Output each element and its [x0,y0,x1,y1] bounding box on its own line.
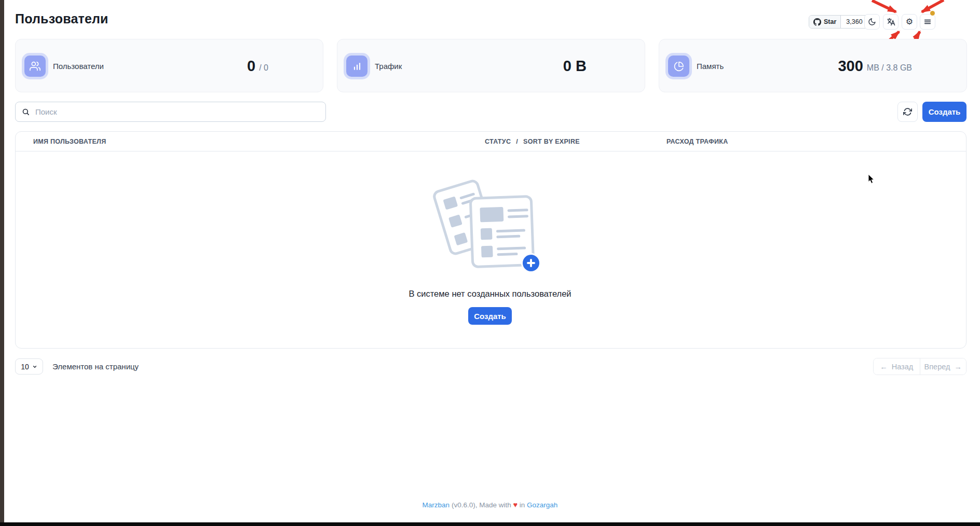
column-header-traffic[interactable]: РАСХОД ТРАФИКА [666,132,728,151]
empty-state-message: В системе нет созданных пользователей [0,289,980,299]
mouse-cursor [868,174,875,184]
search-box[interactable] [15,102,326,122]
marzban-users-page: Пользователи Star 3,360 ⚙ [0,0,980,526]
column-header-username[interactable]: ИМЯ ПОЛЬЗОВАТЕЛЯ [33,132,106,151]
memory-icon [668,56,689,77]
stat-card-users: Пользователи 0 / 0 [15,39,323,92]
prev-page-button[interactable]: ← Назад [874,358,920,375]
arrow-left-icon: ← [880,363,888,371]
traffic-icon [346,56,367,77]
column-header-separator: / [516,138,518,145]
empty-state-create-button[interactable]: Создать [468,307,512,325]
settings-button[interactable]: ⚙ [902,14,917,30]
github-star-button[interactable]: Star [809,16,841,28]
stat-card-traffic: Трафик 0 B [337,39,645,92]
search-icon [22,108,30,116]
heart-icon: ♥ [513,501,518,509]
github-logo-icon [813,18,821,26]
stat-value: 0 / 0 [247,39,268,93]
menu-button[interactable] [920,14,935,30]
pagination-nav: ← Назад Вперед → [873,358,967,375]
page-size-value: 10 [21,363,29,371]
refresh-icon [903,107,912,116]
page-size-select[interactable]: 10 [15,358,43,375]
stat-value-main: 0 B [563,58,587,75]
language-button[interactable] [883,14,899,30]
gear-icon: ⚙ [906,18,913,26]
marzban-link[interactable]: Marzban [423,501,450,509]
column-header-status: СТАТУС / SORT BY EXPIRE [485,132,580,151]
translate-icon [887,18,895,26]
annotation-arrow-top-right [922,0,944,12]
users-icon [24,56,46,77]
notification-dot [930,11,935,16]
search-input[interactable] [34,107,319,117]
annotation-arrow-top-left [872,1,896,12]
stat-value: 0 B [563,39,590,93]
chevron-down-icon [32,364,37,369]
window-edge-strip [0,0,4,526]
github-star-count[interactable]: 3,360 [841,16,867,28]
add-user-plus-icon [521,253,541,273]
refresh-button[interactable] [897,102,918,122]
stat-value-main: 300 [838,58,863,75]
hamburger-icon [923,18,932,26]
sort-by-expire[interactable]: SORT BY EXPIRE [523,138,580,145]
footer-text: (v0.6.0), Made with [450,501,513,509]
stat-label: Память [697,39,724,93]
stat-label: Пользователи [53,39,104,93]
gozargah-link[interactable]: Gozargah [527,501,557,509]
page-size-label: Элементов на страницу [52,362,139,371]
taskbar-strip [0,522,980,526]
empty-state-illustration [436,181,544,275]
moon-icon [868,18,876,26]
footer: Marzban (v0.6.0), Made with ♥ in Gozarga… [0,501,980,509]
footer-in-text: in [518,501,527,509]
arrow-right-icon: → [954,363,962,371]
github-star-label: Star [824,18,836,25]
page-title: Пользователи [15,11,108,26]
github-star-widget[interactable]: Star 3,360 [809,15,868,29]
sort-by-status[interactable]: СТАТУС [485,138,511,145]
stat-value-suffix: MB / 3.8 GB [867,60,912,73]
stat-value-suffix: / 0 [259,60,268,73]
table-header-row: ИМЯ ПОЛЬЗОВАТЕЛЯ СТАТУС / SORT BY EXPIRE… [16,132,966,151]
prev-page-label: Назад [892,363,914,371]
next-page-button[interactable]: Вперед → [920,358,967,375]
stat-value-main: 0 [247,58,255,75]
stat-card-memory: Память 300 MB / 3.8 GB [659,39,967,92]
next-page-label: Вперед [924,363,950,371]
stat-label: Трафик [375,39,402,93]
create-button[interactable]: Создать [922,102,967,122]
dark-mode-button[interactable] [864,14,880,30]
stat-value: 300 MB / 3.8 GB [838,39,912,93]
